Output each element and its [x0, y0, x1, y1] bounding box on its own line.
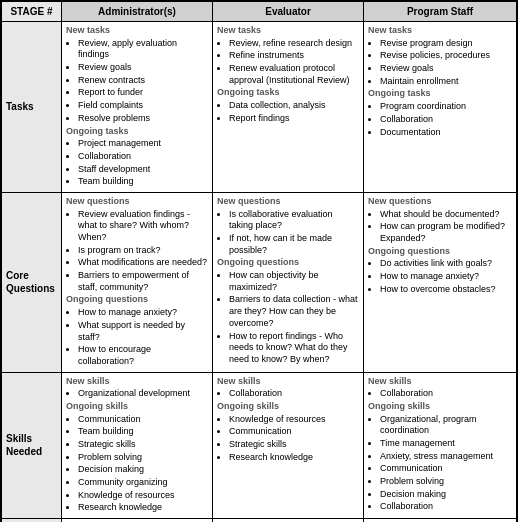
cell-admin-row2: New skillsOrganizational developmentOngo… — [61, 372, 212, 519]
list-item: Barriers to empowerment of staff, commun… — [78, 270, 208, 293]
list-item: Is collaborative evaluation taking place… — [229, 209, 359, 232]
new-label: New questions — [368, 196, 512, 208]
list-item: Report to funder — [78, 87, 208, 99]
list-item: Project management — [78, 138, 208, 150]
list-item: Maintain enrollment — [380, 76, 512, 88]
list-item: Team building — [78, 426, 208, 438]
new-label: New skills — [66, 376, 208, 388]
cell-eval-row1: New questionsIs collaborative evaluation… — [213, 192, 364, 372]
ongoing-label: Ongoing tasks — [368, 88, 512, 100]
ongoing-label: Ongoing tasks — [66, 126, 208, 138]
list-item: Review, refine research design — [229, 38, 359, 50]
ongoing-items-list: How can objectivity be maximized?Barrier… — [229, 270, 359, 366]
list-item: What should be documented? — [380, 209, 512, 221]
list-item: Problem solving — [380, 476, 512, 488]
list-item: Renew contracts — [78, 75, 208, 87]
cell-prog-row2: New skillsCollaborationOngoing skillsOrg… — [364, 372, 517, 519]
main-table-container: STAGE # Administrator(s) Evaluator Progr… — [0, 0, 518, 522]
new-label: New questions — [66, 196, 208, 208]
header-prog: Program Staff — [364, 2, 517, 22]
ongoing-items-list: CommunicationTeam buildingStrategic skil… — [78, 414, 208, 515]
list-item: Organizational, program coordination — [380, 414, 512, 437]
ongoing-label: Ongoing questions — [66, 294, 208, 306]
header-eval: Evaluator — [213, 2, 364, 22]
list-item: Revise policies, procedures — [380, 50, 512, 62]
list-item: Review goals — [78, 62, 208, 74]
list-item: Revise program design — [380, 38, 512, 50]
ongoing-label: Ongoing questions — [368, 246, 512, 258]
list-item: Knowledge of resources — [78, 490, 208, 502]
new-label: New tasks — [217, 25, 359, 37]
new-label: New tasks — [368, 25, 512, 37]
ongoing-label: Ongoing skills — [368, 401, 512, 413]
list-item: Organizational development — [78, 388, 208, 400]
cell-prog-row3: Staff <--> ParticipantsStaff <--> AdminS… — [364, 519, 517, 522]
cell-admin-row1: New questionsReview evaluation findings … — [61, 192, 212, 372]
list-item: If not, how can it be made possible? — [229, 233, 359, 256]
table-row: TasksNew tasksReview, apply evaluation f… — [2, 22, 517, 193]
stage-cell-3: Feedback Loops — [2, 519, 62, 522]
new-items-list: Collaboration — [229, 388, 359, 400]
list-item: Resolve problems — [78, 113, 208, 125]
list-item: Communication — [380, 463, 512, 475]
list-item: What support is needed by staff? — [78, 320, 208, 343]
list-item: Staff development — [78, 164, 208, 176]
list-item: How can objectivity be maximized? — [229, 270, 359, 293]
new-label: New questions — [217, 196, 359, 208]
list-item: Do activities link with goals? — [380, 258, 512, 270]
list-item: Communication — [78, 414, 208, 426]
ongoing-items-list: Do activities link with goals?How to man… — [380, 258, 512, 295]
list-item: Collaboration — [229, 388, 359, 400]
list-item: Renew evaluation protocol approval (Inst… — [229, 63, 359, 86]
new-items-list: Review, apply evaluation findingsReview … — [78, 38, 208, 125]
list-item: Research knowledge — [78, 502, 208, 514]
stage-cell-1: Core Questions — [2, 192, 62, 372]
list-item: Research knowledge — [229, 452, 359, 464]
ongoing-items-list: How to manage anxiety?What support is ne… — [78, 307, 208, 367]
new-label: New skills — [217, 376, 359, 388]
ongoing-label: Ongoing skills — [217, 401, 359, 413]
list-item: How to manage anxiety? — [78, 307, 208, 319]
list-item: What modifications are needed? — [78, 257, 208, 269]
new-label: New tasks — [66, 25, 208, 37]
list-item: Community organizing — [78, 477, 208, 489]
list-item: Time management — [380, 438, 512, 450]
cell-admin-row3: Admin <--> StaffAdmin <--> EvaluatorAdmi… — [61, 519, 212, 522]
new-items-list: Revise program designRevise policies, pr… — [380, 38, 512, 88]
header-stage: STAGE # — [2, 2, 62, 22]
stage-cell-0: Tasks — [2, 22, 62, 193]
list-item: Field complaints — [78, 100, 208, 112]
ongoing-items-list: Program coordinationCollaborationDocumen… — [380, 101, 512, 138]
ongoing-items-list: Data collection, analysisReport findings — [229, 100, 359, 124]
list-item: Review, apply evaluation findings — [78, 38, 208, 61]
list-item: How to overcome obstacles? — [380, 284, 512, 296]
list-item: Refine instruments — [229, 50, 359, 62]
list-item: How can program be modified? Expanded? — [380, 221, 512, 244]
header-admin: Administrator(s) — [61, 2, 212, 22]
list-item: How to encourage collaboration? — [78, 344, 208, 367]
new-items-list: Review evaluation findings - what to sha… — [78, 209, 208, 294]
list-item: How to report findings - Who needs to kn… — [229, 331, 359, 366]
list-item: Collaboration — [380, 114, 512, 126]
ongoing-label: Ongoing tasks — [217, 87, 359, 99]
list-item: Review evaluation findings - what to sha… — [78, 209, 208, 244]
list-item: Collaboration — [380, 388, 512, 400]
list-item: Collaboration — [78, 151, 208, 163]
list-item: Knowledge of resources — [229, 414, 359, 426]
list-item: Barriers to data collection - what are t… — [229, 294, 359, 329]
list-item: Team building — [78, 176, 208, 188]
new-items-list: Is collaborative evaluation taking place… — [229, 209, 359, 257]
new-items-list: Review, refine research designRefine ins… — [229, 38, 359, 87]
new-items-list: Organizational development — [78, 388, 208, 400]
list-item: Collaboration — [380, 501, 512, 513]
table-row: Skills NeededNew skillsOrganizational de… — [2, 372, 517, 519]
list-item: Review goals — [380, 63, 512, 75]
list-item: Strategic skills — [78, 439, 208, 451]
list-item: Decision making — [380, 489, 512, 501]
cell-eval-row2: New skillsCollaborationOngoing skillsKno… — [213, 372, 364, 519]
new-items-list: Collaboration — [380, 388, 512, 400]
ongoing-items-list: Organizational, program coordinationTime… — [380, 414, 512, 514]
cell-admin-row0: New tasksReview, apply evaluation findin… — [61, 22, 212, 193]
stage-cell-2: Skills Needed — [2, 372, 62, 519]
table-row: Core QuestionsNew questionsReview evalua… — [2, 192, 517, 372]
